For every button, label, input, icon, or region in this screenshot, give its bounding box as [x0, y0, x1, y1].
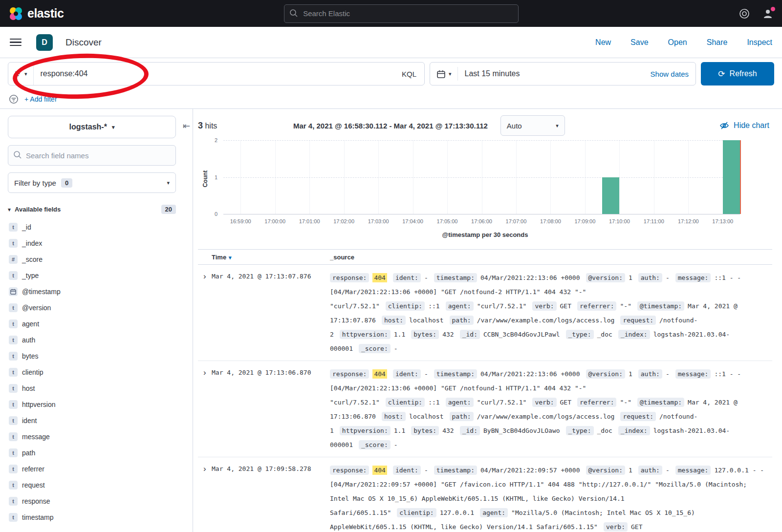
field-list: t_idt_index#_scoret_type@timestampt@vers…	[8, 219, 185, 525]
source-value: 1.1	[394, 427, 405, 434]
calendar-icon	[437, 70, 445, 78]
field-item-bytes[interactable]: tbytes	[8, 348, 185, 364]
hide-chart-button[interactable]: Hide chart	[719, 121, 769, 130]
time-range-value[interactable]: Last 15 minutes	[465, 69, 520, 78]
global-search-input[interactable]	[284, 4, 519, 23]
histogram-bar[interactable]	[723, 140, 740, 214]
source-key: timestamp:	[434, 369, 477, 379]
source-key: _index:	[618, 426, 650, 435]
source-value: -	[394, 441, 398, 448]
filter-bar: + Add filter	[0, 89, 782, 109]
add-filter-button[interactable]: + Add filter	[24, 95, 57, 103]
field-item-@timestamp[interactable]: @timestamp	[8, 283, 185, 299]
x-tick-label: 17:02:00	[333, 218, 354, 224]
source-value: /var/www/example.com/logs/access.log	[477, 317, 615, 324]
field-type-string-icon: t	[9, 400, 18, 409]
content-area: logstash-* ▾ ⇤ Filter by type 0 ▾ ▾ Avai…	[0, 109, 782, 532]
field-item-_type[interactable]: t_type	[8, 267, 185, 283]
field-name: referrer	[22, 465, 44, 473]
source-value: "curl/7.52.1"	[477, 399, 527, 406]
field-item-@version[interactable]: t@version	[8, 299, 185, 316]
field-search	[8, 145, 176, 166]
hits-count: 3 hits	[198, 121, 293, 131]
available-fields-header[interactable]: ▾ Available fields 20	[8, 205, 176, 214]
source-value: GET	[560, 399, 571, 406]
expand-row-icon[interactable]: ›	[198, 271, 212, 282]
field-search-input[interactable]	[8, 145, 176, 166]
discover-app-badge[interactable]: D	[36, 34, 53, 51]
field-item-host[interactable]: thost	[8, 380, 185, 396]
field-name: @version	[22, 304, 51, 312]
query-input[interactable]	[34, 63, 394, 85]
saved-query-menu-button[interactable]: ▾	[8, 63, 34, 85]
field-item-response[interactable]: tresponse	[8, 493, 185, 509]
field-item-agent[interactable]: tagent	[8, 316, 185, 332]
source-key: referrer:	[577, 301, 616, 311]
interval-select[interactable]: Auto ▾	[500, 115, 565, 136]
expand-row-icon[interactable]: ›	[198, 463, 212, 475]
expand-row-icon[interactable]: ›	[198, 367, 212, 379]
column-header-time[interactable]: Time▾	[212, 254, 330, 261]
calendar-button[interactable]: ▾	[437, 67, 458, 81]
filters-icon[interactable]	[9, 94, 19, 104]
new-button[interactable]: New	[595, 38, 611, 47]
field-item-clientip[interactable]: tclientip	[8, 364, 185, 380]
source-value: 1	[629, 467, 632, 474]
refresh-icon: ⟳	[718, 70, 725, 78]
field-name: ident	[22, 417, 37, 425]
y-tick-label: 2	[215, 137, 217, 143]
chevron-down-icon: ▾	[167, 180, 170, 186]
source-key: @version:	[586, 273, 625, 282]
field-item-timestamp[interactable]: ttimestamp	[8, 509, 185, 525]
search-icon	[289, 9, 298, 18]
field-type-date-icon	[9, 287, 18, 296]
field-name: message	[22, 433, 50, 441]
topbar-icons	[739, 8, 773, 19]
column-header-source[interactable]: _source	[330, 254, 354, 261]
app-nav-bar: D Discover New Save Open Share Inspect	[0, 27, 782, 58]
field-name: bytes	[22, 352, 38, 360]
field-item-message[interactable]: tmessage	[8, 428, 185, 445]
share-button[interactable]: Share	[707, 38, 728, 47]
inspect-button[interactable]: Inspect	[747, 38, 772, 47]
doc-time: Mar 4, 2021 @ 17:09:58.278	[212, 463, 330, 472]
histogram-bar[interactable]	[602, 177, 619, 214]
field-item-_id[interactable]: t_id	[8, 219, 185, 235]
chart-plot: 012	[223, 140, 740, 214]
open-button[interactable]: Open	[668, 38, 687, 47]
document-table: Time▾ _source ›Mar 4, 2021 @ 17:13:07.87…	[198, 249, 772, 532]
field-item-auth[interactable]: tauth	[8, 332, 185, 348]
x-axis-label: @timestamp per 30 seconds	[198, 231, 772, 238]
notification-dot	[771, 7, 775, 11]
help-icon[interactable]	[739, 8, 750, 19]
query-bar: ▾ KQL ▾ Last 15 minutes Show dates ⟳ Ref…	[0, 58, 782, 89]
field-name: agent	[22, 320, 39, 328]
index-pattern-select[interactable]: logstash-* ▾	[8, 116, 176, 138]
field-name: clientip	[22, 368, 43, 376]
refresh-button[interactable]: ⟳ Refresh	[701, 62, 774, 85]
field-item-request[interactable]: trequest	[8, 477, 185, 493]
global-header: elastic	[0, 0, 782, 27]
user-avatar[interactable]	[762, 8, 773, 19]
collapse-sidebar-icon[interactable]: ⇤	[183, 121, 190, 131]
page-title: Discover	[65, 37, 102, 48]
field-item-ident[interactable]: tident	[8, 412, 185, 428]
source-value: 1.1	[394, 331, 405, 338]
field-item-_index[interactable]: t_index	[8, 235, 185, 251]
field-type-string-icon: t	[9, 481, 18, 489]
elastic-logo[interactable]: elastic	[9, 6, 64, 21]
filter-by-type-select[interactable]: Filter by type 0 ▾	[8, 172, 176, 193]
save-button[interactable]: Save	[630, 38, 648, 47]
menu-icon[interactable]	[10, 39, 22, 46]
field-item-path[interactable]: tpath	[8, 445, 185, 461]
field-item-httpversion[interactable]: thttpversion	[8, 396, 185, 412]
source-value: CCBN_3cB04dGovJLPawl	[483, 331, 560, 338]
field-item-referrer[interactable]: treferrer	[8, 461, 185, 477]
fields-sidebar: logstash-* ▾ ⇤ Filter by type 0 ▾ ▾ Avai…	[0, 109, 193, 532]
source-value: _doc	[597, 427, 612, 434]
show-dates-button[interactable]: Show dates	[651, 70, 689, 78]
field-item-_score[interactable]: #_score	[8, 251, 185, 267]
x-tick-label: 17:06:00	[471, 218, 492, 224]
query-language-button[interactable]: KQL	[394, 70, 424, 78]
doc-source: response:404ident:-timestamp:04/Mar/2021…	[330, 367, 772, 452]
